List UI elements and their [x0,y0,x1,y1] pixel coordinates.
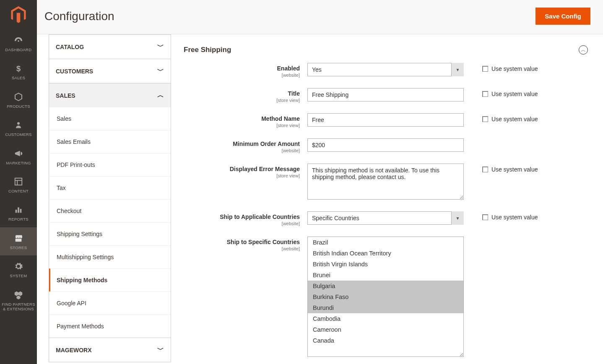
field-label: Method Name [261,115,300,122]
ship-specific-multiselect[interactable]: BrazilBritish Indian Ocean TerritoryBrit… [307,237,464,357]
config-item-payment-methods[interactable]: Payment Methods [49,315,171,338]
checkbox-icon [482,116,488,122]
field-row-title: Title [store view] Use system value [184,88,588,103]
config-section-header-catalog[interactable]: CATALOG﹀ [49,35,171,59]
use-system-label: Use system value [491,214,538,221]
nav-item-stores[interactable]: STORES [0,227,37,255]
field-scope: [website] [184,221,300,226]
nav-label: STORES [10,245,27,250]
field-scope: [website] [184,73,300,78]
config-section-header-mageworx[interactable]: MAGEWORX﹀ [49,338,171,362]
nav-item-content[interactable]: CONTENT [0,171,37,199]
nav-item-reports[interactable]: REPORTS [0,199,37,227]
config-section-header-customers[interactable]: CUSTOMERS﹀ [49,59,171,83]
nav-item-marketing[interactable]: MARKETING [0,143,37,171]
field-row-ship-applicable: Ship to Applicable Countries [website] S… [184,211,588,226]
country-option[interactable]: Brazil [308,237,463,248]
svg-rect-7 [18,208,19,213]
min-amount-input[interactable] [307,138,464,152]
error-message-textarea[interactable]: This shipping method is not available. T… [307,164,464,200]
field-row-min-amount: Minimum Order Amount [website] [184,138,588,153]
config-section-label: SALES [56,92,75,99]
field-label: Minimum Order Amount [233,140,300,147]
config-content: Free Shipping ︿ Enabled [website] Yes ▼ [171,34,603,364]
chevron-up-icon: ︿ [157,91,164,100]
country-option[interactable]: Burkina Faso [308,291,463,302]
nav-item-sales[interactable]: $SALES [0,57,37,86]
save-config-button[interactable]: Save Config [535,8,590,25]
nav-item-dashboard[interactable]: DASHBOARD [0,29,37,57]
config-item-shipping-methods[interactable]: Shipping Methods [49,268,171,291]
config-item-multishipping[interactable]: Multishipping Settings [49,245,171,268]
layout-icon [13,176,24,187]
config-section-header-sales[interactable]: SALES︿ [49,83,171,107]
country-option[interactable]: Burundi [308,302,463,313]
config-item-sales[interactable]: Sales [49,107,171,130]
dollar-icon: $ [13,63,24,74]
config-item-pdf[interactable]: PDF Print-outs [49,153,171,176]
chevron-down-icon: ﹀ [157,346,164,354]
field-scope: [website] [184,246,300,251]
title-input[interactable] [307,88,464,101]
magento-logo[interactable] [0,0,37,29]
bars-icon [13,204,24,215]
method-name-input[interactable] [307,113,464,127]
checkbox-icon [482,91,488,97]
config-section-catalog: CATALOG﹀ [49,34,171,59]
config-item-shipping-settings[interactable]: Shipping Settings [49,222,171,245]
use-system-checkbox-wrap[interactable]: Use system value [482,166,538,173]
config-section-label: MAGEWORX [56,347,92,354]
country-option[interactable]: British Indian Ocean Territory [308,248,463,259]
megaphone-icon [13,148,24,159]
ship-applicable-select[interactable]: Specific Countries [307,211,464,225]
admin-sidebar: DASHBOARD$SALESPRODUCTSCUSTOMERSMARKETIN… [0,0,37,364]
country-option[interactable]: Cameroon [308,324,463,335]
nav-label: CONTENT [8,189,29,193]
config-item-sales-emails[interactable]: Sales Emails [49,130,171,153]
nav-item-customers[interactable]: CUSTOMERS [0,114,37,142]
nav-item-system[interactable]: SYSTEM [0,255,37,283]
chevron-down-icon: ﹀ [157,42,164,51]
checkbox-icon [482,166,488,172]
config-item-tax[interactable]: Tax [49,176,171,199]
nav-item-partners[interactable]: FIND PARTNERS & EXTENSIONS [0,284,37,317]
svg-point-2 [17,122,20,125]
country-option[interactable]: Brunei [308,270,463,281]
nav-label: MARKETING [6,161,31,165]
config-item-checkout[interactable]: Checkout [49,199,171,222]
use-system-checkbox-wrap[interactable]: Use system value [482,116,538,122]
country-option[interactable]: Cambodia [308,313,463,324]
nav-label: SYSTEM [10,273,27,278]
page-wrapper: Configuration Save Config CATALOG﹀CUSTOM… [37,0,603,364]
section-header: Free Shipping ︿ [184,43,588,63]
field-row-enabled: Enabled [website] Yes ▼ Use system value [184,63,588,78]
field-label: Title [288,90,300,97]
use-system-label: Use system value [491,65,538,72]
nav-item-products[interactable]: PRODUCTS [0,86,37,114]
nav-label: FIND PARTNERS & EXTENSIONS [2,302,35,312]
use-system-checkbox-wrap[interactable]: Use system value [482,91,538,97]
config-nav: CATALOG﹀CUSTOMERS﹀SALES︿SalesSales Email… [49,34,171,364]
checkbox-icon [482,66,488,72]
gauge-icon [13,35,24,46]
config-section-sales: SALES︿SalesSales EmailsPDF Print-outsTax… [49,83,171,338]
config-section-label: CATALOG [56,44,84,50]
field-label: Displayed Error Message [230,166,300,172]
country-option[interactable]: Canada [308,335,463,346]
config-item-google-api[interactable]: Google API [49,291,171,315]
use-system-checkbox-wrap[interactable]: Use system value [482,65,538,72]
section-collapse-button[interactable]: ︿ [579,45,588,55]
config-section-mageworx: MAGEWORX﹀ [49,338,171,362]
person-icon [13,120,24,130]
checkbox-icon [482,214,488,220]
page-columns: CATALOG﹀CUSTOMERS﹀SALES︿SalesSales Email… [37,34,603,364]
field-scope: [store view] [184,123,300,128]
nav-label: CUSTOMERS [5,132,31,137]
use-system-label: Use system value [491,91,538,97]
enabled-select[interactable]: Yes [307,63,464,76]
country-option[interactable]: Bulgaria [308,281,463,291]
use-system-label: Use system value [491,116,538,122]
country-option[interactable]: British Virgin Islands [308,259,463,270]
use-system-checkbox-wrap[interactable]: Use system value [482,214,538,221]
config-section-label: CUSTOMERS [56,68,93,75]
